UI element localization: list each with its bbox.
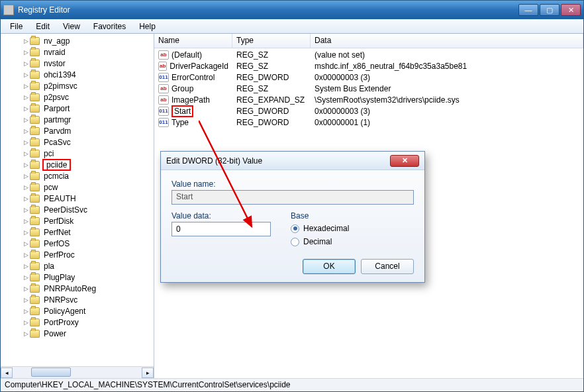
tree-item-pci[interactable]: ▷pci (7, 148, 154, 159)
expand-icon[interactable]: ▷ (22, 71, 30, 79)
value-row[interactable]: ab(Default)REG_SZ(value not set) (154, 49, 583, 60)
tree-item-pla[interactable]: ▷pla (7, 260, 154, 271)
value-list[interactable]: ab(Default)REG_SZ(value not set)abDriver… (154, 48, 583, 128)
expand-icon[interactable]: ▷ (22, 195, 30, 203)
value-row[interactable]: abGroupREG_SZSystem Bus Extender (154, 83, 583, 94)
tree-label: pci (42, 149, 55, 158)
value-data: mshdc.inf_x86_neutral_f64b9c35a3a5be81 (311, 62, 583, 71)
status-path: Computer\HKEY_LOCAL_MACHINE\SYSTEM\Curre… (5, 380, 290, 389)
expand-icon[interactable]: ▷ (22, 161, 30, 169)
scroll-thumb[interactable] (31, 368, 71, 377)
expand-icon[interactable]: ▷ (22, 138, 30, 146)
tree-item-parport[interactable]: ▷Parport (7, 103, 154, 114)
tree-item-policyagent[interactable]: ▷PolicyAgent (7, 305, 154, 317)
expand-icon[interactable]: ▷ (22, 217, 30, 225)
value-name-label: Value name: (171, 179, 414, 189)
folder-icon (30, 127, 40, 135)
expand-icon[interactable]: ▷ (22, 37, 30, 45)
expand-icon[interactable]: ▷ (22, 82, 30, 90)
value-row[interactable]: 011StartREG_DWORD0x00000003 (3) (154, 105, 583, 117)
expand-icon[interactable]: ▷ (22, 228, 30, 236)
tree-item-peauth[interactable]: ▷PEAUTH (7, 193, 154, 204)
col-type[interactable]: Type (232, 34, 311, 48)
horizontal-scrollbar[interactable]: ◂ ▸ (1, 366, 154, 378)
tree-item-p2pimsvc[interactable]: ▷p2pimsvc (7, 80, 154, 91)
expand-icon[interactable]: ▷ (22, 285, 30, 293)
expand-icon[interactable]: ▷ (22, 105, 30, 113)
folder-icon (30, 150, 40, 158)
dialog-titlebar[interactable]: Edit DWORD (32-bit) Value ✕ (161, 152, 424, 170)
tree-item-nvraid[interactable]: ▷nvraid (7, 46, 154, 58)
radio-dec-row[interactable]: Decimal (291, 237, 349, 246)
cancel-button[interactable]: Cancel (361, 259, 414, 274)
scroll-left-button[interactable]: ◂ (1, 368, 13, 378)
menu-view[interactable]: View (56, 21, 87, 32)
value-type: REG_DWORD (232, 73, 311, 82)
expand-icon[interactable]: ▷ (22, 60, 30, 68)
value-data-input[interactable] (171, 222, 271, 236)
dialog-close-button[interactable]: ✕ (390, 155, 419, 167)
tree-item-plugplay[interactable]: ▷PlugPlay (7, 271, 154, 283)
radio-dec[interactable] (291, 238, 299, 246)
expand-icon[interactable]: ▷ (22, 206, 30, 214)
tree-item-peerdistsvc[interactable]: ▷PeerDistSvc (7, 204, 154, 215)
expand-icon[interactable]: ▷ (22, 273, 30, 281)
tree-item-partmgr[interactable]: ▷partmgr (7, 114, 154, 125)
tree-item-ohci1394[interactable]: ▷ohci1394 (7, 69, 154, 80)
value-type: REG_SZ (232, 62, 311, 71)
radio-hex[interactable] (291, 224, 299, 233)
value-row[interactable]: abImagePathREG_EXPAND_SZ\SystemRoot\syst… (154, 94, 583, 105)
expand-icon[interactable]: ▷ (22, 262, 30, 270)
ok-button[interactable]: OK (303, 259, 356, 274)
tree-item-perfproc[interactable]: ▷PerfProc (7, 249, 154, 260)
scroll-track[interactable] (13, 368, 142, 378)
value-row[interactable]: abDriverPackageIdREG_SZmshdc.inf_x86_neu… (154, 60, 583, 72)
value-row[interactable]: 011TypeREG_DWORD0x00000001 (1) (154, 117, 583, 128)
tree-item-portproxy[interactable]: ▷PortProxy (7, 317, 154, 328)
titlebar[interactable]: Registry Editor — ▢ ✕ (1, 1, 583, 19)
folder-icon (30, 330, 40, 338)
tree-item-perfos[interactable]: ▷PerfOS (7, 238, 154, 249)
scroll-right-button[interactable]: ▸ (142, 368, 154, 378)
expand-icon[interactable]: ▷ (22, 116, 30, 124)
tree-item-pnrpautoreg[interactable]: ▷PNRPAutoReg (7, 283, 154, 294)
menu-edit[interactable]: Edit (29, 21, 56, 32)
expand-icon[interactable]: ▷ (22, 183, 30, 191)
menu-favorites[interactable]: Favorites (87, 21, 132, 32)
tree-item-perfdisk[interactable]: ▷PerfDisk (7, 215, 154, 226)
tree-item-p2psvc[interactable]: ▷p2psvc (7, 91, 154, 103)
tree-item-perfnet[interactable]: ▷PerfNet (7, 226, 154, 238)
radio-hex-row[interactable]: Hexadecimal (291, 224, 349, 233)
expand-icon[interactable]: ▷ (22, 251, 30, 259)
expand-icon[interactable]: ▷ (22, 172, 30, 180)
expand-icon[interactable]: ▷ (22, 48, 30, 56)
tree-item-parvdm[interactable]: ▷Parvdm (7, 125, 154, 136)
expand-icon[interactable]: ▷ (22, 307, 30, 315)
tree-item-pcw[interactable]: ▷pcw (7, 181, 154, 193)
expand-icon[interactable]: ▷ (22, 240, 30, 248)
menu-help[interactable]: Help (132, 21, 162, 32)
menu-file[interactable]: File (3, 21, 29, 32)
expand-icon[interactable]: ▷ (22, 318, 30, 326)
tree-item-pcasvc[interactable]: ▷PcaSvc (7, 136, 154, 148)
col-name[interactable]: Name (154, 34, 232, 48)
maximize-button[interactable]: ▢ (540, 4, 560, 16)
expand-icon[interactable]: ▷ (22, 296, 30, 304)
tree[interactable]: ▷nv_agp▷nvraid▷nvstor▷ohci1394▷p2pimsvc▷… (1, 34, 154, 339)
tree-item-nvstor[interactable]: ▷nvstor (7, 58, 154, 69)
tree-item-pciide[interactable]: ▷pciide (7, 159, 154, 170)
tree-item-pcmcia[interactable]: ▷pcmcia (7, 170, 154, 181)
expand-icon[interactable]: ▷ (22, 93, 30, 101)
expand-icon[interactable]: ▷ (22, 330, 30, 338)
col-data[interactable]: Data (311, 34, 583, 48)
expand-icon[interactable]: ▷ (22, 150, 30, 158)
tree-item-pnrpsvc[interactable]: ▷PNRPsvc (7, 294, 154, 305)
minimize-button[interactable]: — (518, 4, 538, 16)
expand-icon[interactable]: ▷ (22, 127, 30, 135)
tree-item-power[interactable]: ▷Power (7, 328, 154, 339)
value-row[interactable]: 011ErrorControlREG_DWORD0x00000003 (3) (154, 72, 583, 83)
tree-item-nv_agp[interactable]: ▷nv_agp (7, 35, 154, 46)
value-type: REG_SZ (232, 84, 311, 93)
close-button[interactable]: ✕ (561, 4, 581, 16)
tree-pane: ▷nv_agp▷nvraid▷nvstor▷ohci1394▷p2pimsvc▷… (1, 34, 154, 378)
